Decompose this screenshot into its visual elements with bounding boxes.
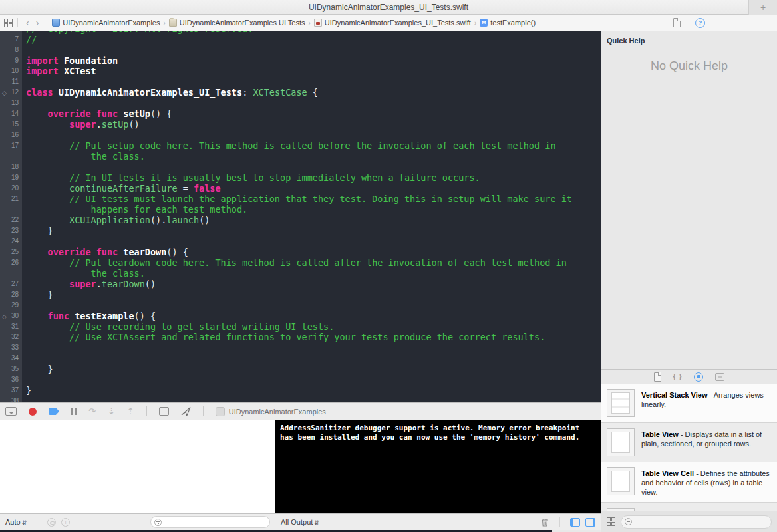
line-number[interactable]	[0, 151, 22, 162]
breadcrumb-item[interactable]: UIDynamicAnimatorExamples UI Tests	[169, 19, 305, 27]
line-number[interactable]: 10	[0, 66, 22, 76]
line-number[interactable]: 17	[0, 140, 22, 151]
scope-popup[interactable]: Auto⇵	[5, 518, 27, 526]
group-icon	[169, 19, 177, 27]
line-number[interactable]: 7	[0, 34, 22, 45]
console-pane-toggle[interactable]	[585, 518, 595, 527]
line-number[interactable]: 32	[0, 332, 22, 342]
line-number[interactable]: 18	[0, 162, 22, 172]
line-number[interactable]: 24	[0, 236, 22, 247]
code-line: the class.	[0, 268, 601, 279]
line-number[interactable]: 35	[0, 364, 22, 374]
breadcrumb-item[interactable]: UIDynamicAnimatorExamples	[52, 19, 160, 27]
line-number[interactable]	[0, 204, 22, 215]
line-number[interactable]: 8	[0, 45, 22, 55]
code-line: 32 // Use XCTAssert and related function…	[0, 332, 601, 342]
method-icon: M	[480, 19, 488, 27]
code-line: ◇30 func testExample() {	[0, 311, 601, 321]
related-items-icon[interactable]	[4, 19, 13, 27]
breadcrumb-separator: ›	[474, 19, 476, 27]
line-number[interactable]: 20	[0, 183, 22, 194]
line-number[interactable]: 16	[0, 130, 22, 140]
eye-icon[interactable]	[47, 518, 56, 527]
line-number[interactable]: 28	[0, 289, 22, 300]
quick-help-section: Quick Help No Quick Help	[601, 31, 777, 108]
library-item-text: Vertical Stack View - Arranges views lin…	[641, 389, 772, 409]
snippet-library-icon[interactable]: { }	[673, 373, 683, 380]
step-over-icon[interactable]: ↷	[88, 407, 96, 416]
library-item[interactable]: Vertical Stack View - Arranges views lin…	[601, 384, 777, 423]
line-number[interactable]: 22	[0, 215, 22, 225]
line-number[interactable]: ◇30	[0, 311, 22, 321]
test-indicator-icon[interactable]: ◇	[2, 88, 7, 98]
info-icon[interactable]: i	[61, 518, 70, 527]
code-line: 31 // Use recording to get started writi…	[0, 321, 601, 332]
inspector-tab-bar: ?	[601, 15, 777, 31]
line-number[interactable]: 27	[0, 279, 22, 289]
breakpoint-icon[interactable]	[49, 408, 59, 415]
step-into-icon[interactable]: ⇣	[108, 407, 115, 416]
line-number[interactable]: 23	[0, 225, 22, 236]
media-library-icon[interactable]	[715, 373, 724, 381]
view-debugger-icon[interactable]	[159, 407, 169, 416]
step-out-icon[interactable]: ⇡	[127, 407, 134, 416]
line-number[interactable]: 25	[0, 247, 22, 257]
breadcrumb-item[interactable]: UIDynamicAnimatorExamples_UI_Tests.swift	[314, 19, 471, 27]
add-tab-button[interactable]: +	[748, 0, 777, 15]
file-template-library-icon[interactable]	[654, 372, 661, 382]
variables-view[interactable]	[0, 420, 275, 513]
line-number[interactable]: 9	[0, 55, 22, 66]
breadcrumb-item[interactable]: MtestExample()	[480, 19, 536, 27]
library-tab-bar: { }	[601, 369, 777, 384]
code-line: 8	[0, 45, 601, 55]
output-popup[interactable]: All Output⇵	[281, 518, 319, 526]
library-item[interactable]	[601, 503, 777, 511]
filter-icon	[625, 518, 632, 525]
library-item[interactable]: Table View - Displays data in a list of …	[601, 423, 777, 462]
divider	[37, 517, 37, 527]
line-number[interactable]: 11	[0, 76, 22, 87]
line-number[interactable]: 31	[0, 321, 22, 332]
line-number[interactable]	[0, 268, 22, 279]
library-grid-icon[interactable]	[607, 517, 615, 526]
code-line: 17 // Put setup code here. This method i…	[0, 140, 601, 151]
forward-icon[interactable]: ›	[33, 18, 43, 27]
process-item[interactable]: UIDynamicAnimatorExamples	[216, 407, 326, 416]
test-indicator-icon[interactable]: ◇	[2, 311, 7, 322]
file-inspector-icon[interactable]	[673, 18, 681, 27]
object-library-icon[interactable]	[694, 372, 703, 382]
line-number[interactable]: 37	[0, 385, 22, 396]
variables-pane-toggle[interactable]	[570, 518, 580, 527]
line-number[interactable]: 15	[0, 119, 22, 130]
code-line: 26 // Put teardown code here. This metho…	[0, 257, 601, 268]
console-view[interactable]: AddressSanitizer debugger support is act…	[275, 420, 601, 513]
code-line: 13	[0, 98, 601, 108]
record-icon[interactable]	[29, 408, 37, 416]
quick-help-inspector-icon[interactable]: ?	[695, 18, 705, 28]
line-number[interactable]: 36	[0, 374, 22, 385]
hide-debug-area-icon[interactable]	[5, 407, 17, 416]
line-number[interactable]: 34	[0, 353, 22, 364]
library-filter-input[interactable]	[621, 515, 772, 529]
project-icon	[52, 19, 60, 27]
pause-icon[interactable]	[71, 408, 77, 415]
line-number[interactable]: 38	[0, 396, 22, 402]
line-number[interactable]: 14	[0, 108, 22, 119]
code-line: 9import Foundation	[0, 55, 601, 66]
source-editor[interactable]: 6// Copyright © 2017. All rights reserve…	[0, 31, 601, 402]
code-line: 38	[0, 396, 601, 402]
line-number[interactable]: ◇12	[0, 87, 22, 98]
line-number[interactable]: 21	[0, 194, 22, 204]
simulate-location-icon[interactable]	[181, 406, 191, 416]
back-icon[interactable]: ‹	[23, 18, 33, 27]
library-item[interactable]: Table View Cell - Defines the attributes…	[601, 462, 777, 503]
code-line: 22 XCUIApplication().launch()	[0, 215, 601, 225]
trash-icon[interactable]	[540, 517, 549, 527]
line-number[interactable]: 13	[0, 98, 22, 108]
line-number[interactable]: 19	[0, 172, 22, 183]
line-number[interactable]: 29	[0, 300, 22, 311]
line-number[interactable]: 26	[0, 257, 22, 268]
line-number[interactable]: 33	[0, 342, 22, 353]
variables-filter-input[interactable]	[150, 516, 270, 528]
divider	[203, 406, 204, 416]
